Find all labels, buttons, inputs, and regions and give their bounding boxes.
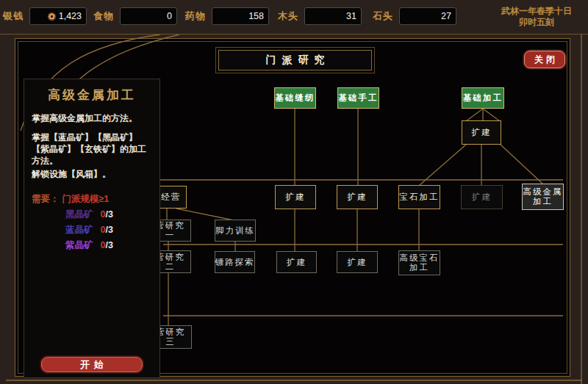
medicine-value-box: 158 [212, 7, 269, 25]
window-title: 门派研究 [218, 50, 372, 70]
stone-value: 27 [441, 11, 451, 21]
tech-node-expand-2[interactable]: 扩建 [275, 185, 316, 209]
stone-value-box: 27 [399, 7, 456, 25]
requirement-material-row: 紫晶矿0/3 [32, 238, 159, 253]
require-label: 需要： [32, 194, 60, 204]
food-label: 食物 [93, 10, 114, 23]
food-value: 0 [167, 11, 172, 21]
game-date: 武林一年春季十日 卯时五刻 [501, 6, 572, 28]
resource-silver: 银钱 1,423 [3, 7, 87, 25]
requirement-material-row: 黑晶矿0/3 [32, 207, 159, 222]
date-line: 武林一年春季十日 [501, 6, 572, 17]
tech-node-advanced-gem[interactable]: 高级宝石加工 [398, 250, 440, 275]
material-name: 蓝晶矿 [65, 225, 93, 235]
material-need: /3 [105, 209, 112, 220]
stone-label: 石头 [373, 10, 393, 23]
tooltip-desc-1: 掌握高级金属加工的方法。 [32, 112, 152, 124]
requirement-scale: 需要：门派规模≥1 [32, 192, 159, 207]
silver-value-box: 1,423 [29, 7, 87, 25]
resource-stone: 石头 27 [373, 7, 456, 25]
silver-label: 银钱 [3, 10, 24, 23]
tech-node-expand-locked[interactable]: 扩建 [461, 185, 503, 209]
require-scale-value: 门派规模≥1 [62, 194, 110, 204]
tech-node-expand-4[interactable]: 扩建 [276, 251, 317, 273]
medicine-label: 药物 [185, 10, 206, 23]
resource-medicine: 药物 158 [185, 7, 269, 25]
clock-paren-fragment: （ [582, 8, 588, 21]
start-research-button[interactable]: 开始 [41, 357, 143, 372]
silver-value: 1,423 [59, 11, 82, 21]
material-name: 紫晶矿 [65, 240, 93, 250]
requirement-material-row: 蓝晶矿0/3 [32, 222, 159, 238]
material-need: /3 [105, 225, 112, 235]
tech-node-basic-processing[interactable]: 基础加工 [462, 87, 504, 109]
resource-bar: 银钱 1,423 食物 0 药物 158 木头 31 石头 27 武林一年春季十… [0, 0, 588, 35]
resource-wood: 木头 31 [278, 7, 362, 25]
tech-node-expand-5[interactable]: 扩建 [337, 251, 378, 273]
tech-node-expand-1[interactable]: 扩建 [462, 120, 501, 145]
tech-node-basic-handicraft[interactable]: 基础手工 [337, 87, 379, 109]
tech-node-leg-training[interactable]: 脚力训练 [215, 220, 256, 242]
resource-food: 食物 0 [93, 7, 177, 25]
coin-icon [48, 12, 56, 21]
tech-node-route-exploration[interactable]: 镖路探索 [215, 251, 255, 273]
tooltip-requirements: 需要：门派规模≥1 黑晶矿0/3 蓝晶矿0/3 紫晶矿0/3 [32, 192, 159, 253]
tooltip-title: 高级金属加工 [24, 87, 159, 104]
close-button[interactable]: 关闭 [524, 51, 565, 68]
tech-node-basic-sewing[interactable]: 基础缝纫 [274, 87, 316, 109]
wood-value: 31 [346, 11, 356, 21]
wood-label: 木头 [278, 10, 298, 23]
tooltip-desc-2: 掌握【蓝晶矿】【黑晶矿】【紫晶矿】【玄铁矿】的加工方法。 [32, 131, 152, 167]
food-value-box: 0 [120, 7, 177, 25]
tech-node-gem-processing[interactable]: 宝石加工 [398, 185, 440, 209]
material-need: /3 [105, 240, 112, 250]
wood-value-box: 31 [304, 7, 362, 25]
tech-node-advanced-metal[interactable]: 高级金属加工 [522, 184, 564, 210]
time-line: 卯时五刻 [501, 17, 572, 28]
medicine-value: 158 [248, 11, 264, 21]
material-name: 黑晶矿 [65, 209, 93, 220]
tech-node-expand-3[interactable]: 扩建 [337, 185, 378, 209]
research-tooltip-panel: 高级金属加工 掌握高级金属加工的方法。 掌握【蓝晶矿】【黑晶矿】【紫晶矿】【玄铁… [24, 79, 160, 378]
tooltip-desc-3: 解锁设施【风箱】。 [32, 168, 152, 180]
window-title-plaque: 门派研究 [215, 47, 375, 73]
